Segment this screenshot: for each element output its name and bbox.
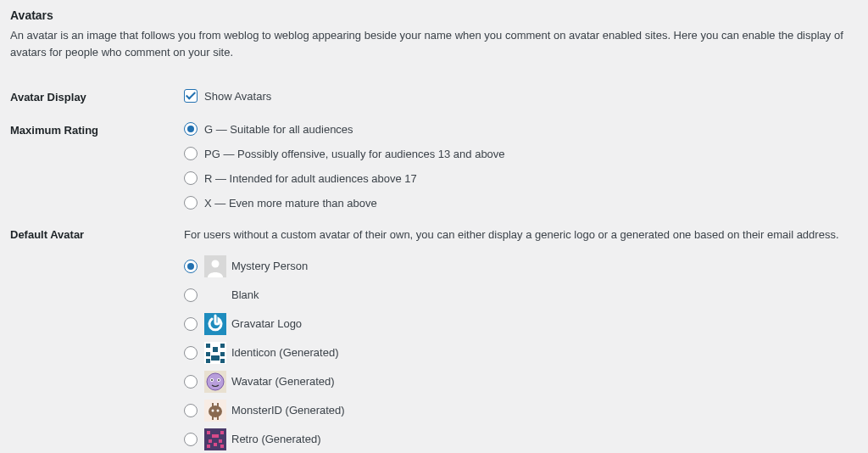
blank-avatar-icon: [204, 284, 226, 306]
svg-rect-29: [212, 434, 219, 438]
rating-x-radio[interactable]: [184, 196, 198, 210]
avatar-identicon-radio[interactable]: [184, 346, 198, 360]
svg-rect-9: [211, 355, 220, 361]
svg-rect-33: [207, 445, 210, 448]
default-avatar-intro: For users without a custom avatar of the…: [184, 226, 849, 243]
svg-point-22: [212, 409, 214, 411]
rating-g-radio[interactable]: [184, 122, 198, 136]
avatar-retro-radio[interactable]: [184, 433, 198, 446]
avatar-mystery-radio[interactable]: [184, 260, 198, 273]
avatar-display-heading: Avatar Display: [10, 81, 184, 114]
retro-icon: [204, 428, 226, 450]
svg-rect-8: [220, 352, 225, 356]
svg-rect-34: [220, 445, 224, 448]
monsterid-icon: [204, 400, 226, 422]
section-title: Avatars: [10, 8, 858, 22]
wavatar-icon: [204, 371, 226, 393]
svg-rect-20: [212, 403, 214, 407]
rating-r-radio[interactable]: [184, 171, 198, 185]
svg-rect-7: [206, 352, 210, 356]
avatar-monsterid-radio[interactable]: [184, 404, 198, 417]
default-avatar-heading: Default Avatar: [10, 218, 184, 453]
svg-point-23: [217, 409, 220, 411]
mystery-person-icon: [204, 255, 226, 277]
svg-rect-25: [217, 417, 219, 420]
settings-table: Avatar Display Show Avatars Maximum Rati…: [10, 81, 858, 453]
svg-point-17: [218, 379, 220, 381]
avatar-gravatar-label[interactable]: Gravatar Logo: [231, 317, 302, 330]
svg-point-16: [211, 379, 213, 381]
svg-rect-32: [214, 443, 217, 446]
gravatar-logo-icon: [204, 313, 226, 335]
svg-rect-21: [217, 403, 219, 407]
avatar-wavatar-radio[interactable]: [184, 375, 198, 389]
maximum-rating-heading: Maximum Rating: [10, 114, 184, 218]
avatar-retro-label[interactable]: Retro (Generated): [231, 433, 321, 445]
avatar-mystery-label[interactable]: Mystery Person: [231, 260, 308, 272]
avatar-blank-label[interactable]: Blank: [231, 288, 259, 301]
svg-rect-6: [213, 347, 218, 352]
rating-g-label[interactable]: G — Suitable for all audiences: [204, 123, 353, 136]
show-avatars-label[interactable]: Show Avatars: [204, 90, 271, 103]
section-description: An avatar is an image that follows you f…: [10, 27, 858, 60]
svg-point-13: [207, 373, 224, 390]
rating-pg-label[interactable]: PG — Possibly offensive, usually for aud…: [204, 148, 505, 160]
svg-rect-5: [220, 344, 225, 348]
svg-rect-30: [209, 439, 212, 443]
svg-rect-31: [219, 439, 222, 443]
avatar-identicon-label[interactable]: Identicon (Generated): [231, 346, 338, 359]
svg-point-1: [212, 260, 220, 267]
svg-rect-28: [220, 431, 224, 434]
avatar-gravatar-radio[interactable]: [184, 317, 198, 331]
avatar-wavatar-label[interactable]: Wavatar (Generated): [231, 375, 335, 388]
svg-rect-24: [212, 417, 214, 420]
identicon-icon: [204, 342, 226, 364]
avatar-blank-radio[interactable]: [184, 288, 198, 302]
svg-rect-11: [220, 359, 225, 363]
rating-pg-radio[interactable]: [184, 147, 198, 160]
svg-rect-10: [206, 359, 210, 363]
rating-x-label[interactable]: X — Even more mature than above: [204, 197, 377, 210]
svg-rect-27: [207, 431, 210, 434]
show-avatars-checkbox[interactable]: [184, 89, 198, 103]
svg-rect-4: [206, 344, 210, 348]
avatar-monsterid-label[interactable]: MonsterID (Generated): [231, 404, 345, 417]
svg-point-19: [209, 405, 222, 417]
rating-r-label[interactable]: R — Intended for adult audiences above 1…: [204, 172, 417, 185]
